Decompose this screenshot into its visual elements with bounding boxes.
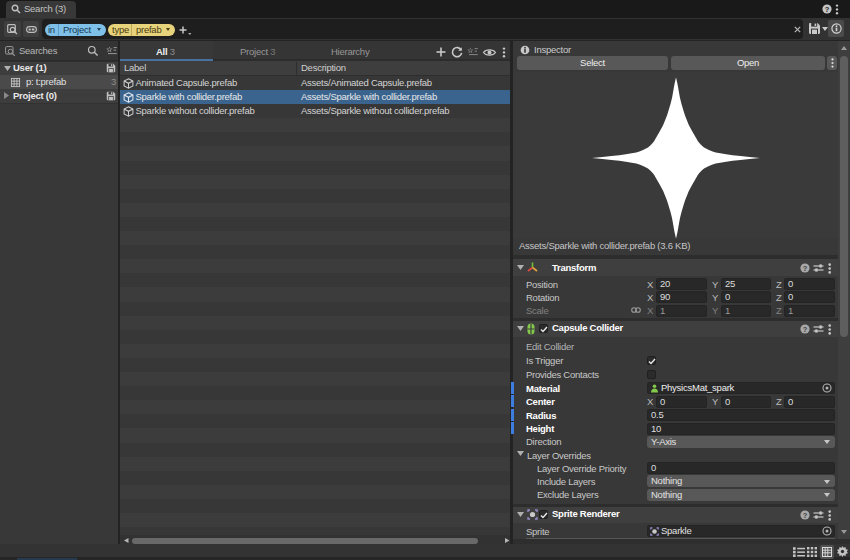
svg-text:?: ? bbox=[803, 511, 808, 520]
svg-text:?: ? bbox=[825, 5, 830, 14]
svg-text:?: ? bbox=[803, 325, 808, 334]
svg-text:?: ? bbox=[803, 264, 808, 273]
